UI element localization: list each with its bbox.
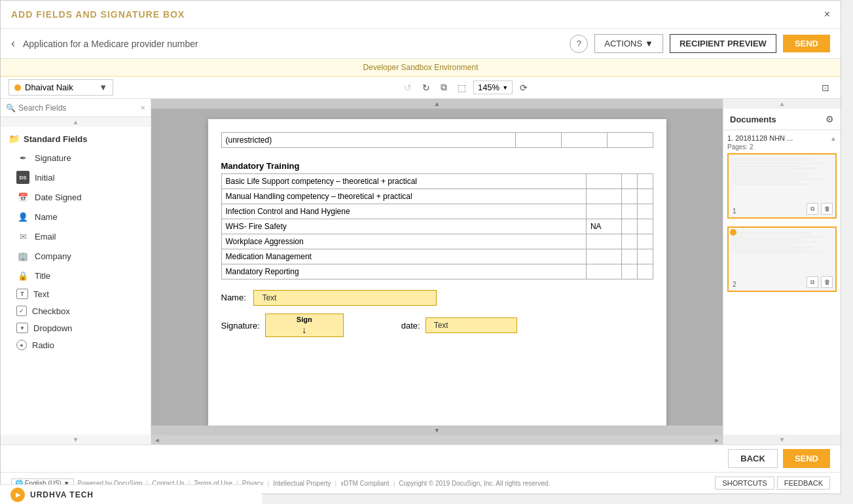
send-bottom-button[interactable]: SEND	[783, 449, 830, 468]
field-item-email[interactable]: ✉ Email	[1, 226, 151, 246]
signature-label-text: Signature:	[221, 321, 260, 331]
doc-collapse-icon-1[interactable]: ▲	[830, 135, 837, 142]
title-bar: ADD FIELDS AND SIGNATURE BOX ×	[1, 1, 841, 29]
doc-pages-1: Pages: 2	[727, 143, 837, 151]
table-cell	[637, 249, 653, 264]
table-cell	[586, 264, 621, 279]
recipient-preview-button[interactable]: RECIPIENT PREVIEW	[670, 34, 776, 53]
document-scroll-area[interactable]: (unrestricted) Mandatory Training Basic …	[151, 109, 723, 425]
signature-sign-field[interactable]: Sign ↓	[265, 314, 344, 337]
title-icon: 🔒	[16, 269, 29, 282]
documents-title: Documents	[730, 115, 776, 124]
toolbar-center: ↺ ↻ ⧉ ⬚ 145% ▼ ⟳	[401, 80, 531, 95]
table-row: (unrestricted)	[221, 133, 653, 148]
redo-button[interactable]: ↻	[419, 81, 433, 95]
page-icon-button[interactable]: ⊡	[818, 81, 833, 95]
help-button[interactable]: ?	[570, 35, 588, 53]
dropdown-label: Dropdown	[33, 323, 72, 333]
doc-scroll-down[interactable]: ▼	[151, 425, 723, 435]
date-text-overlay-field[interactable]: Text	[426, 317, 517, 333]
back-nav-button[interactable]: ‹	[11, 37, 15, 50]
bottom-action-bar: BACK SEND	[1, 444, 841, 472]
hscroll-right[interactable]: ►	[714, 437, 720, 444]
date-signed-label: Date Signed	[35, 192, 82, 202]
table-cell	[607, 133, 653, 148]
doc-hscroll[interactable]: ◄ ►	[151, 435, 723, 444]
zoom-value: 145%	[478, 82, 499, 92]
footer-ip[interactable]: Intellectual Property	[273, 480, 331, 487]
document-title: Application for a Medicare provider numb…	[23, 39, 570, 49]
table-cell	[516, 133, 562, 148]
doc-delete-btn-2[interactable]: 🗑	[821, 276, 833, 288]
name-label-text: Name:	[221, 293, 246, 302]
text-field-icon: T	[16, 289, 28, 299]
field-item-date-signed[interactable]: 📅 Date Signed	[1, 187, 151, 207]
table-cell-na: NA	[586, 219, 621, 234]
initial-icon: DS	[16, 171, 29, 184]
dropdown-icon: ▼	[16, 323, 28, 333]
field-item-radio[interactable]: ● Radio	[1, 336, 151, 353]
table-cell	[637, 189, 653, 204]
field-item-dropdown[interactable]: ▼ Dropdown	[1, 319, 151, 336]
table-row: Mandatory Reporting	[221, 264, 653, 279]
gear-icon[interactable]: ⚙	[826, 114, 834, 124]
table-row: WHS- Fire Safety NA	[221, 219, 653, 234]
close-button[interactable]: ×	[824, 9, 830, 20]
mandatory-training-heading: Mandatory Training	[221, 156, 653, 173]
table-cell	[637, 264, 653, 279]
footer-copyright: Copyright © 2019 DocuSign, Inc. All righ…	[399, 480, 550, 487]
field-item-text[interactable]: T Text	[1, 285, 151, 302]
recipient-dropdown-arrow: ▼	[99, 82, 107, 92]
company-label: Company	[35, 251, 71, 261]
toolbar-left: Dhaivat Naik ▼	[9, 79, 113, 96]
send-top-button[interactable]: SEND	[783, 35, 830, 52]
paste-button[interactable]: ⬚	[454, 81, 469, 95]
fields-category-header: 📁 Standard Fields	[1, 130, 151, 148]
right-scroll-up[interactable]: ▲	[723, 99, 841, 109]
refresh-button[interactable]: ⟳	[517, 81, 531, 95]
right-panel: ▲ Documents ⚙ 1. 20181128 NHN ... ▲ Page…	[723, 99, 841, 444]
table-cell	[622, 264, 638, 279]
doc-thumbnail-1[interactable]: 1 ⧉ 🗑	[727, 153, 837, 219]
actions-button[interactable]: ACTIONS ▼	[594, 34, 663, 53]
doc-scroll-up[interactable]: ▲	[151, 99, 723, 109]
doc-thumbnail-2[interactable]: 2 ⧉ 🗑	[727, 226, 837, 292]
editor-toolbar: Dhaivat Naik ▼ ↺ ↻ ⧉ ⬚ 145% ▼ ⟳ ⊡	[1, 77, 841, 99]
footer-right-buttons: SHORTCUTS FEEDBACK	[715, 477, 830, 490]
name-text-overlay-field[interactable]: Text	[253, 290, 437, 306]
field-item-initial[interactable]: DS Initial	[1, 168, 151, 187]
recipient-dropdown[interactable]: Dhaivat Naik ▼	[9, 79, 113, 96]
shortcuts-button[interactable]: SHORTCUTS	[715, 477, 774, 490]
hscroll-left[interactable]: ◄	[154, 437, 160, 444]
search-input[interactable]	[18, 103, 137, 113]
document-entry-1: 1. 20181128 NHN ... ▲ Pages: 2	[727, 134, 837, 219]
initial-label: Initial	[35, 173, 54, 183]
doc-active-indicator-2	[730, 229, 736, 236]
right-scroll-down[interactable]: ▼	[723, 435, 841, 444]
back-bottom-button[interactable]: BACK	[728, 449, 778, 468]
field-item-checkbox[interactable]: ✓ Checkbox	[1, 302, 151, 319]
recipient-color-dot	[14, 84, 21, 91]
email-icon: ✉	[16, 230, 29, 243]
zoom-control[interactable]: 145% ▼	[473, 81, 513, 94]
table-cell: Mandatory Reporting	[221, 264, 586, 279]
copy-button[interactable]: ⧉	[437, 80, 450, 95]
modal-title: ADD FIELDS AND SIGNATURE BOX	[11, 9, 185, 20]
doc-copy-btn-1[interactable]: ⧉	[807, 203, 818, 215]
doc-copy-btn-2[interactable]: ⧉	[807, 276, 818, 288]
doc-delete-btn-1[interactable]: 🗑	[821, 203, 833, 215]
field-item-company[interactable]: 🏢 Company	[1, 246, 151, 266]
field-item-name[interactable]: 👤 Name	[1, 207, 151, 226]
field-item-signature[interactable]: ✒ Signature	[1, 148, 151, 168]
doc-thumb-actions-1: ⧉ 🗑	[807, 203, 833, 215]
field-item-title[interactable]: 🔒 Title	[1, 266, 151, 285]
text-label: Text	[33, 289, 49, 299]
search-clear-button[interactable]: ×	[140, 103, 145, 113]
table-cell: (unrestricted)	[221, 133, 516, 148]
brand-dot: ▶	[10, 488, 25, 502]
table-cell: Infection Control and Hand Hygiene	[221, 204, 586, 219]
undo-button[interactable]: ↺	[401, 81, 415, 95]
table-row: Infection Control and Hand Hygiene	[221, 204, 653, 219]
feedback-button[interactable]: FEEDBACK	[777, 477, 830, 490]
checkbox-icon: ✓	[16, 306, 27, 316]
